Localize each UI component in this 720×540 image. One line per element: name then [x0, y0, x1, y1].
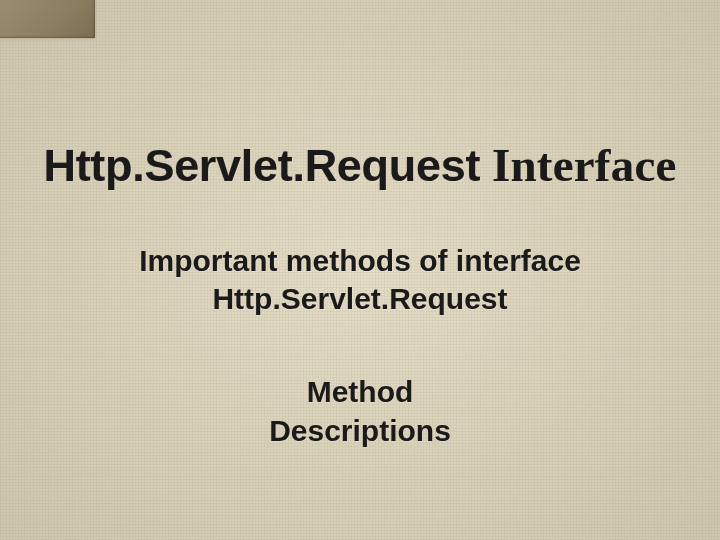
corner-decoration	[0, 0, 95, 38]
presentation-slide: Http.Servlet.Request Interface Important…	[0, 0, 720, 540]
section-line-2: Descriptions	[269, 414, 451, 447]
title-sans-part: Http.Servlet.Request	[43, 140, 480, 191]
slide-subtitle: Important methods of interface Http.Serv…	[0, 242, 720, 317]
section-line-1: Method	[307, 375, 414, 408]
subtitle-line-2: Http.Servlet.Request	[212, 282, 507, 315]
title-serif-part: Interface	[492, 139, 676, 191]
slide-title: Http.Servlet.Request Interface	[0, 138, 720, 192]
section-heading: Method Descriptions	[0, 372, 720, 450]
subtitle-line-1: Important methods of interface	[139, 244, 581, 277]
